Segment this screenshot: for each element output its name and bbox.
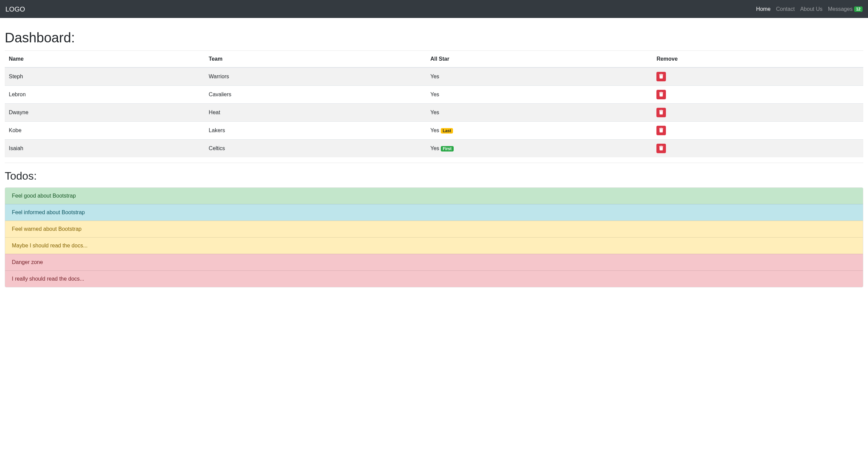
cell-team: Cavaliers	[205, 86, 427, 104]
col-name: Name	[5, 51, 205, 67]
players-table-body: StephWarriorsYesLebronCavaliersYesDwayne…	[5, 67, 863, 157]
nav-link-label: Home	[756, 5, 771, 13]
cell-name: Isaiah	[5, 140, 205, 158]
cell-remove	[652, 122, 863, 140]
remove-button[interactable]	[656, 126, 666, 135]
allstar-badge: First	[441, 146, 454, 151]
allstar-value: Yes	[430, 127, 439, 133]
list-item[interactable]: Danger zone	[5, 254, 863, 270]
nav-badge: 12	[854, 6, 863, 12]
allstar-badge: Last	[441, 128, 453, 134]
page-container: Dashboard: Name Team All Star Remove Ste…	[0, 18, 868, 292]
cell-remove	[652, 104, 863, 122]
todos-list: Feel good about BootstrapFeel informed a…	[5, 187, 863, 287]
col-remove: Remove	[652, 51, 863, 67]
cell-remove	[652, 140, 863, 158]
remove-button[interactable]	[656, 108, 666, 117]
list-item[interactable]: Feel good about Bootstrap	[5, 188, 863, 204]
col-allstar: All Star	[426, 51, 652, 67]
nav-link-home[interactable]: Home	[756, 5, 771, 13]
navbar-brand[interactable]: LOGO	[5, 4, 25, 14]
nav-link-about-us[interactable]: About Us	[800, 5, 823, 13]
cell-name: Kobe	[5, 122, 205, 140]
allstar-value: Yes	[430, 74, 439, 79]
cell-allstar: Yes First	[426, 140, 652, 158]
nav-link-contact[interactable]: Contact	[776, 5, 795, 13]
trash-icon	[659, 92, 663, 98]
table-row: LebronCavaliersYes	[5, 86, 863, 104]
cell-team: Warriors	[205, 67, 427, 86]
cell-team: Lakers	[205, 122, 427, 140]
cell-team: Celtics	[205, 140, 427, 158]
cell-remove	[652, 86, 863, 104]
list-item[interactable]: I really should read the docs...	[5, 270, 863, 287]
divider	[5, 163, 863, 163]
cell-allstar: Yes	[426, 104, 652, 122]
list-item[interactable]: Maybe I should read the docs...	[5, 237, 863, 254]
table-header-row: Name Team All Star Remove	[5, 51, 863, 67]
remove-button[interactable]	[656, 144, 666, 153]
table-row: KobeLakersYes Last	[5, 122, 863, 140]
cell-team: Heat	[205, 104, 427, 122]
nav-link-label: About Us	[800, 5, 823, 13]
allstar-value: Yes	[430, 145, 439, 151]
cell-name: Lebron	[5, 86, 205, 104]
trash-icon	[659, 74, 663, 80]
nav-link-messages[interactable]: Messages 12	[828, 5, 863, 13]
table-row: IsaiahCelticsYes First	[5, 140, 863, 158]
nav-link-label: Messages	[828, 5, 853, 13]
todos-title: Todos:	[5, 168, 863, 184]
trash-icon	[659, 146, 663, 151]
allstar-value: Yes	[430, 92, 439, 97]
cell-allstar: Yes Last	[426, 122, 652, 140]
cell-allstar: Yes	[426, 86, 652, 104]
nav-link-label: Contact	[776, 5, 795, 13]
cell-remove	[652, 67, 863, 86]
trash-icon	[659, 110, 663, 116]
cell-name: Dwayne	[5, 104, 205, 122]
trash-icon	[659, 128, 663, 134]
navbar-nav: HomeContactAbout UsMessages 12	[756, 5, 863, 13]
allstar-value: Yes	[430, 109, 439, 115]
cell-allstar: Yes	[426, 67, 652, 86]
page-title: Dashboard:	[5, 27, 863, 48]
col-team: Team	[205, 51, 427, 67]
cell-name: Steph	[5, 67, 205, 86]
list-item[interactable]: Feel informed about Bootstrap	[5, 204, 863, 221]
table-row: StephWarriorsYes	[5, 67, 863, 86]
players-table: Name Team All Star Remove StephWarriorsY…	[5, 51, 863, 157]
remove-button[interactable]	[656, 72, 666, 81]
navbar: LOGO HomeContactAbout UsMessages 12	[0, 0, 868, 18]
remove-button[interactable]	[656, 90, 666, 99]
list-item[interactable]: Feel warned about Bootstrap	[5, 221, 863, 237]
table-row: DwayneHeatYes	[5, 104, 863, 122]
